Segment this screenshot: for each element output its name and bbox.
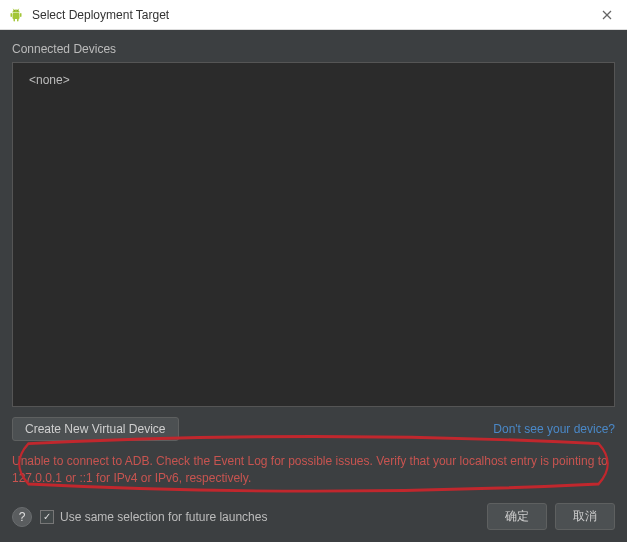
ok-button[interactable]: 确定 [487,503,547,530]
svg-rect-0 [13,13,20,19]
help-icon: ? [19,510,26,524]
svg-rect-4 [17,18,19,21]
checkbox-label: Use same selection for future launches [60,510,267,524]
remember-selection-checkbox[interactable]: ✓ Use same selection for future launches [40,510,267,524]
svg-line-6 [18,8,19,9]
device-list[interactable]: <none> [12,62,615,407]
svg-point-8 [17,10,18,11]
svg-rect-2 [20,13,22,17]
error-wrap: Unable to connect to ADB. Check the Even… [12,441,615,489]
error-message: Unable to connect to ADB. Check the Even… [12,453,615,487]
footer: ? ✓ Use same selection for future launch… [12,503,615,530]
no-device-link[interactable]: Don't see your device? [493,422,615,436]
connected-devices-label: Connected Devices [12,42,615,56]
action-row: Create New Virtual Device Don't see your… [12,417,615,441]
svg-rect-1 [11,13,13,17]
create-virtual-device-button[interactable]: Create New Virtual Device [12,417,179,441]
footer-buttons: 确定 取消 [487,503,615,530]
cancel-button[interactable]: 取消 [555,503,615,530]
android-icon [8,7,24,23]
svg-line-5 [13,8,14,9]
checkbox-box: ✓ [40,510,54,524]
check-icon: ✓ [43,512,51,522]
device-list-none: <none> [25,71,602,87]
close-icon [602,10,612,20]
window-title: Select Deployment Target [32,8,169,22]
dialog-content: Connected Devices <none> Create New Virt… [0,30,627,542]
titlebar: Select Deployment Target [0,0,627,30]
help-button[interactable]: ? [12,507,32,527]
close-button[interactable] [587,0,627,30]
svg-point-7 [14,10,15,11]
svg-rect-3 [14,18,16,21]
